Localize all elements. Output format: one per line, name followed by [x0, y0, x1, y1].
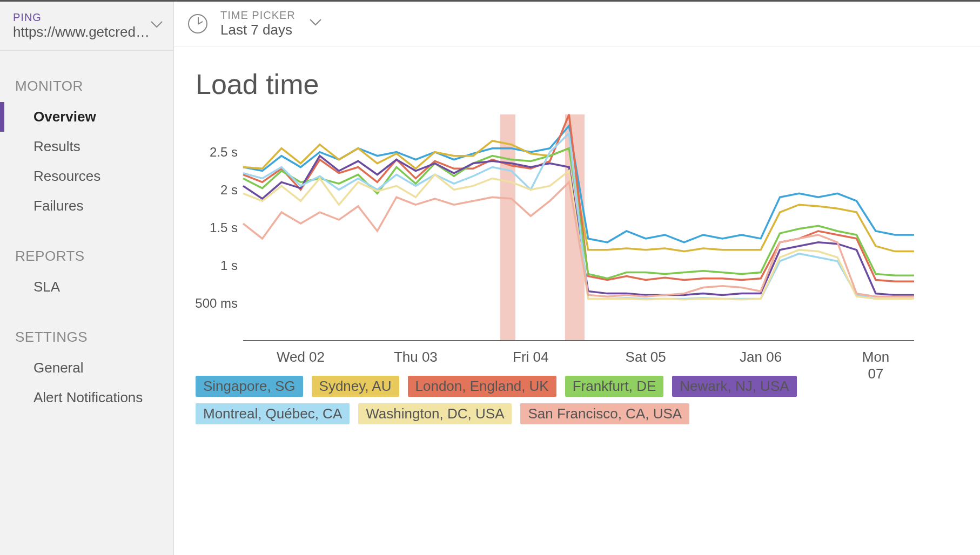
monitor-url: https://www.getcredo... [13, 24, 153, 40]
sidebar-nav: MONITOROverviewResultsResourcesFailuresR… [0, 51, 173, 412]
sidebar-item-results[interactable]: Results [0, 132, 173, 161]
chart: 2.5 s2 s1.5 s1 s500 ms Wed 02Thu 03Fri 0… [196, 114, 914, 424]
sidebar-item-resources[interactable]: Resources [0, 161, 173, 191]
legend-item[interactable]: Singapore, SG [196, 376, 303, 397]
x-axis-tick: Sat 05 [626, 341, 666, 366]
main: TIME PICKER Last 7 days Load time 2.5 s2… [174, 2, 980, 555]
topbar: TIME PICKER Last 7 days [174, 2, 980, 46]
sidebar-item-failures[interactable]: Failures [0, 191, 173, 221]
sidebar-section-title: MONITOR [0, 51, 173, 102]
monitor-type-label: PING [13, 11, 160, 24]
sidebar: PING https://www.getcredo... MONITOROver… [0, 2, 174, 555]
sidebar-item-alert-notifications[interactable]: Alert Notifications [0, 383, 173, 412]
y-axis-tick: 1.5 s [210, 220, 238, 235]
y-axis-tick: 2.5 s [210, 145, 238, 160]
time-picker-label: TIME PICKER [220, 9, 296, 22]
chart-legend: Singapore, SGSydney, AULondon, England, … [196, 376, 914, 424]
chart-plot [243, 114, 914, 341]
legend-item[interactable]: Washington, DC, USA [358, 403, 512, 424]
sidebar-section-title: REPORTS [0, 221, 173, 272]
sidebar-item-sla[interactable]: SLA [0, 272, 173, 302]
monitor-selector[interactable]: PING https://www.getcredo... [0, 2, 173, 51]
y-axis-tick: 1 s [220, 258, 238, 273]
x-axis-tick: Fri 04 [513, 341, 548, 366]
x-axis-tick: Mon 07 [857, 341, 895, 382]
sidebar-item-overview[interactable]: Overview [0, 102, 173, 132]
sidebar-section-title: SETTINGS [0, 302, 173, 353]
clock-icon [188, 14, 207, 33]
chevron-down-icon [151, 21, 163, 31]
y-axis-tick: 2 s [220, 182, 238, 198]
legend-item[interactable]: Newark, NJ, USA [672, 376, 796, 397]
content: Load time 2.5 s2 s1.5 s1 s500 ms Wed 02T… [174, 46, 980, 555]
legend-item[interactable]: Montreal, Québec, CA [196, 403, 350, 424]
chart-title: Load time [196, 68, 958, 100]
y-axis: 2.5 s2 s1.5 s1 s500 ms [196, 114, 243, 341]
y-axis-tick: 500 ms [195, 296, 238, 311]
time-picker[interactable]: TIME PICKER Last 7 days [220, 9, 321, 38]
legend-item[interactable]: Frankfurt, DE [565, 376, 664, 397]
legend-item[interactable]: London, England, UK [408, 376, 556, 397]
chevron-down-icon [310, 19, 321, 29]
legend-item[interactable]: Sydney, AU [312, 376, 399, 397]
sidebar-item-general[interactable]: General [0, 353, 173, 383]
x-axis-tick: Wed 02 [277, 341, 325, 366]
x-axis-tick: Jan 06 [740, 341, 782, 366]
time-picker-value: Last 7 days [220, 22, 296, 38]
x-axis: Wed 02Thu 03Fri 04Sat 05Jan 06Mon 07 [243, 341, 914, 366]
legend-item[interactable]: San Francisco, CA, USA [520, 403, 689, 424]
x-axis-tick: Thu 03 [394, 341, 438, 366]
